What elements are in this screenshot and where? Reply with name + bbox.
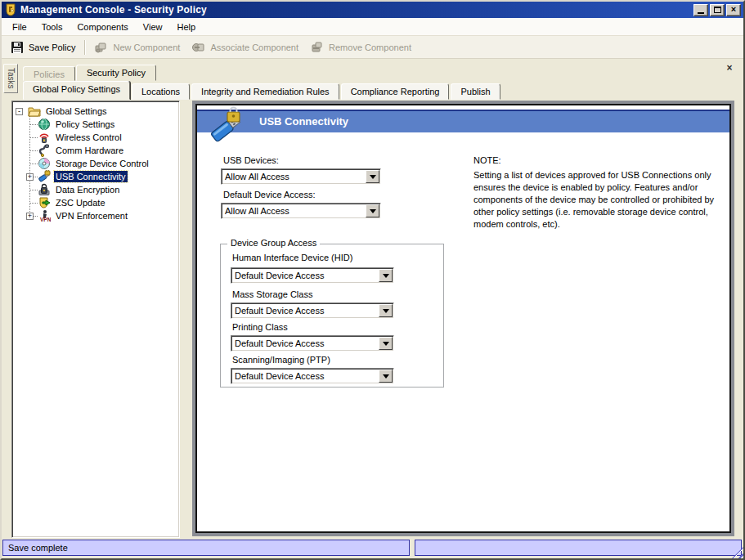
usb-drive-icon [38,170,51,183]
tree-item-policy-settings[interactable]: Policy Settings [12,118,179,131]
tree-item-vpn-enforcement[interactable]: + VPN VPN Enforcement [12,209,179,222]
status-bar: Save complete [2,538,743,558]
close-icon: × [731,5,736,14]
svg-text:VPN: VPN [40,217,51,222]
scanning-imaging-label: Scanning/Imaging (PTP) [232,355,330,365]
menu-components[interactable]: Components [70,20,135,34]
scanning-imaging-access-select[interactable]: Default Device Access [231,368,394,384]
scanning-imaging-access-value: Default Device Access [231,371,378,381]
chevron-down-icon[interactable] [366,204,379,217]
tree-item-global-settings[interactable]: - Global Settings [12,105,179,118]
printing-class-access-value: Default Device Access [231,338,378,348]
mass-storage-access-select[interactable]: Default Device Access [231,302,394,319]
tree-item-label: Wireless Control [54,132,123,143]
tab-security-policy[interactable]: Security Policy [76,65,156,81]
mass-storage-label: Mass Storage Class [232,289,312,299]
title-bar[interactable]: Management Console - Security Policy × [2,2,743,18]
tree-item-zsc-update[interactable]: ZSC Update [12,196,179,209]
window-title: Management Console - Security Policy [20,4,693,16]
tab-publish[interactable]: Publish [451,83,500,100]
close-button[interactable]: × [726,4,741,16]
tree-item-label: Data Encryption [54,184,121,195]
tree-item-wireless-control[interactable]: Wireless Control [12,131,179,144]
default-device-access-select[interactable]: Allow All Access [221,203,381,219]
menu-bar: File Tools Components View Help [2,18,743,36]
menu-tools[interactable]: Tools [34,20,70,34]
device-group-access-title: Device Group Access [227,238,320,248]
chevron-down-icon[interactable] [379,337,393,350]
menu-view[interactable]: View [136,20,170,34]
new-component-icon [94,41,108,54]
default-device-access-label: Default Device Access: [223,190,316,199]
tree-item-label: Policy Settings [54,119,116,130]
status-secondary [415,540,742,556]
tab-locations[interactable]: Locations [132,83,190,100]
chevron-down-icon[interactable] [379,304,393,317]
tab-policies[interactable]: Policies [23,66,75,81]
printing-class-label: Printing Class [232,322,288,332]
tab-global-policy-settings[interactable]: Global Policy Settings [23,81,130,100]
maximize-button[interactable] [710,4,725,16]
minimize-button[interactable] [693,4,708,16]
folder-open-icon [28,105,41,118]
vpn-icon: VPN [38,209,51,222]
pane-close-icon[interactable]: × [724,62,735,74]
tree-item-usb-connectivity[interactable]: + USB Connectivity [12,170,179,183]
tasks-side-tab-label: Tasks [7,68,16,89]
remove-component-button[interactable]: Remove Component [304,38,417,56]
remove-component-icon [310,41,324,54]
associate-component-button[interactable]: Associate Component [186,38,304,56]
hid-label: Human Interface Device (HID) [232,253,352,262]
tree-item-comm-hardware[interactable]: Comm Hardware [12,144,179,157]
tree-item-label: VPN Enforcement [54,210,129,222]
floppy-disk-icon [11,41,24,54]
remove-component-label: Remove Component [329,43,411,52]
menu-help[interactable]: Help [169,20,203,34]
tree-item-data-encryption[interactable]: Data Encryption [12,183,179,196]
tab-integrity-remediation-rules[interactable]: Integrity and Remediation Rules [191,83,339,100]
chevron-down-icon[interactable] [379,269,393,282]
tab-row-primary: Policies Security Policy [23,64,157,81]
associate-component-label: Associate Component [210,43,298,52]
status-message-text: Save complete [8,543,68,553]
policy-tree: - Global Settings Policy Set [12,101,179,537]
client-area: Tasks Policies Security Policy × Global … [2,59,743,538]
expand-icon[interactable]: + [26,213,34,220]
app-logo-icon [4,3,17,16]
tree-item-label: ZSC Update [54,197,107,208]
chevron-down-icon[interactable] [366,170,379,183]
usb-devices-value: Allow All Access [222,172,365,181]
storage-disk-icon [38,157,51,170]
tree-item-storage-device-control[interactable]: Storage Device Control [12,157,179,170]
save-policy-label: Save Policy [29,43,75,52]
menu-file[interactable]: File [5,20,34,34]
minimize-icon [698,12,704,14]
tab-row-secondary: Global Policy Settings Locations Integri… [23,81,502,100]
printing-class-access-select[interactable]: Default Device Access [231,335,394,352]
tab-compliance-reporting[interactable]: Compliance Reporting [341,83,450,100]
content-header: USB Connectivity [197,110,729,132]
content-panel: USB Connectivity USB Devices: Allow All … [192,101,734,536]
note-title: NOTE: [473,155,501,165]
collapse-icon[interactable]: - [16,108,23,115]
usb-devices-select[interactable]: Allow All Access [221,168,381,185]
tree-item-label: Global Settings [44,105,109,117]
new-component-button[interactable]: New Component [88,38,186,56]
app-window: Management Console - Security Policy × F… [0,0,745,560]
usb-drive-lock-icon [207,106,246,146]
policy-tree-panel: - Global Settings Policy Set [11,101,180,538]
maximize-icon [714,7,721,13]
chevron-down-icon[interactable] [379,370,393,383]
tasks-side-tab[interactable]: Tasks [3,64,18,93]
expand-icon[interactable]: + [26,173,34,181]
status-message: Save complete [2,540,410,556]
toolbar: Save Policy New Component Associate Comp… [2,36,743,59]
tree-item-label: USB Connectivity [54,171,128,182]
comm-hardware-icon [38,144,51,157]
page-title: USB Connectivity [197,111,729,132]
new-component-label: New Component [113,43,180,52]
hid-access-select[interactable]: Default Device Access [231,267,394,284]
save-policy-button[interactable]: Save Policy [5,38,81,56]
padlock-icon [38,183,51,196]
device-group-access-groupbox: Device Group Access Human Interface Devi… [220,244,444,388]
